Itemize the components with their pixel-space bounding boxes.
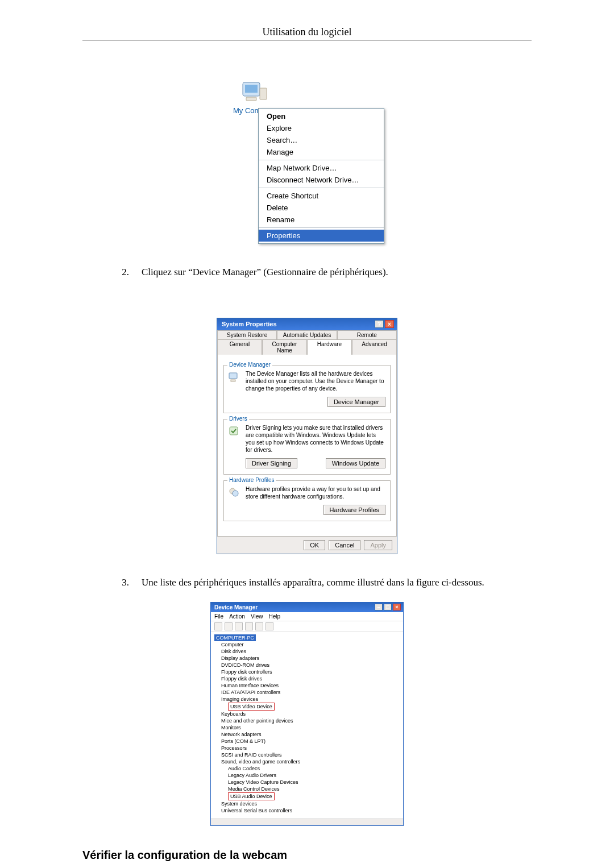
legend-device-manager: Device Manager <box>227 362 272 368</box>
fieldset-hardware-profiles: Hardware Profiles Hardware profiles prov… <box>223 480 391 521</box>
toolbar-button[interactable] <box>214 622 222 630</box>
svg-rect-6 <box>230 427 238 435</box>
ok-button[interactable]: OK <box>304 540 325 550</box>
fieldset-device-manager: Device Manager The Device Manager lists … <box>223 365 391 413</box>
tab-computer-name[interactable]: Computer Name <box>262 339 307 355</box>
status-bar <box>211 819 403 825</box>
step-3: 3. Une liste des périphériques installés… <box>119 577 532 588</box>
tree-node[interactable]: Processors <box>221 745 400 751</box>
tree-node[interactable]: System devices <box>221 800 400 807</box>
figure-device-manager: Device Manager – □ × File Action View He… <box>82 602 532 826</box>
tree-node[interactable]: Mice and other pointing devices <box>221 717 400 724</box>
svg-rect-4 <box>229 373 237 379</box>
tree-leaf[interactable]: Media Control Devices <box>228 786 400 792</box>
hwprof-desc: Hardware profiles provide a way for you … <box>246 485 385 500</box>
tree-node[interactable]: Imaging devices <box>221 696 400 703</box>
section-heading-webcam: Vérifier la configuration de la webcam <box>82 849 532 862</box>
sysprop-title: System Properties <box>222 321 277 327</box>
tree-node[interactable]: IDE ATA/ATAPI controllers <box>221 689 400 696</box>
minimize-button[interactable]: – <box>375 604 383 610</box>
maximize-button[interactable]: □ <box>384 604 392 610</box>
driver-signing-button[interactable]: Driver Signing <box>246 458 297 468</box>
ctx-item-open[interactable]: Open <box>259 110 384 122</box>
tab-general[interactable]: General <box>217 339 262 355</box>
svg-rect-1 <box>245 85 258 93</box>
tree-node[interactable]: Display adapters <box>221 655 400 662</box>
tab-remote[interactable]: Remote <box>337 330 397 339</box>
tree-node[interactable]: Disk drives <box>221 648 400 655</box>
sysprop-tabs-row1: System Restore Automatic Updates Remote <box>217 330 397 339</box>
ctx-item-rename[interactable]: Rename <box>259 214 384 226</box>
callout-usb-audio[interactable]: USB Audio Device <box>228 792 275 800</box>
menu-action[interactable]: Action <box>229 613 245 620</box>
ctx-item-search[interactable]: Search… <box>259 134 384 146</box>
menu-view[interactable]: View <box>251 613 263 620</box>
tree-node[interactable]: Floppy disk controllers <box>221 668 400 675</box>
tab-hardware[interactable]: Hardware <box>307 339 352 355</box>
device-manager-icon <box>228 371 239 383</box>
close-button[interactable]: × <box>385 320 394 328</box>
devmgr-toolbar <box>211 621 403 632</box>
menu-file[interactable]: File <box>214 613 223 620</box>
tree-node[interactable]: Ports (COM & LPT) <box>221 738 400 745</box>
drivers-desc: Driver Signing lets you make sure that i… <box>246 424 385 454</box>
drivers-icon <box>228 425 239 437</box>
apply-button[interactable]: Apply <box>364 540 392 550</box>
step-2-text: Cliquez sur “Device Manager” (Gestionnai… <box>142 267 532 278</box>
tree-node[interactable]: Keyboards <box>221 711 400 717</box>
tree-node[interactable]: SCSI and RAID controllers <box>221 751 400 758</box>
tree-leaf[interactable]: Legacy Video Capture Devices <box>228 779 400 786</box>
tree-node[interactable]: Computer <box>221 641 400 648</box>
toolbar-button[interactable] <box>245 622 253 630</box>
hardware-profiles-button[interactable]: Hardware Profiles <box>323 505 385 515</box>
tree-leaf[interactable]: Legacy Audio Drivers <box>228 772 400 779</box>
svg-rect-2 <box>260 88 267 99</box>
tree-node[interactable]: Floppy disk drives <box>221 675 400 682</box>
computer-icon <box>240 80 270 105</box>
menu-help[interactable]: Help <box>268 613 280 620</box>
tree-node[interactable]: DVD/CD-ROM drives <box>221 662 400 668</box>
ctx-item-disconnect-drive[interactable]: Disconnect Network Drive… <box>259 174 384 186</box>
tree-node[interactable]: Universal Serial Bus controllers <box>221 807 400 814</box>
svg-rect-3 <box>246 97 256 101</box>
toolbar-button[interactable] <box>235 622 243 630</box>
tree-node[interactable]: Human Interface Devices <box>221 682 400 689</box>
tab-advanced[interactable]: Advanced <box>352 339 397 355</box>
ctx-item-create-shortcut[interactable]: Create Shortcut <box>259 190 384 202</box>
device-tree[interactable]: COMPUTER-PC Computer Disk drives Display… <box>211 632 403 819</box>
page-header-title: Utilisation du logiciel <box>82 23 532 40</box>
ctx-item-manage[interactable]: Manage <box>259 146 384 158</box>
sysprop-tabs-row2: General Computer Name Hardware Advanced <box>217 339 397 355</box>
tab-automatic-updates[interactable]: Automatic Updates <box>277 330 337 339</box>
ctx-item-properties[interactable]: Properties <box>259 230 384 242</box>
step-3-number: 3. <box>119 577 129 588</box>
windows-update-button[interactable]: Windows Update <box>326 458 385 468</box>
toolbar-button[interactable] <box>255 622 263 630</box>
help-button[interactable]: ? <box>375 320 384 328</box>
tree-node[interactable]: Sound, video and game controllers <box>221 758 400 765</box>
svg-rect-5 <box>231 380 235 381</box>
ctx-item-explore[interactable]: Explore <box>259 122 384 134</box>
tree-leaf[interactable]: Audio Codecs <box>228 765 400 772</box>
close-button[interactable]: × <box>393 604 401 610</box>
tree-node[interactable]: Monitors <box>221 724 400 731</box>
callout-usb-video[interactable]: USB Video Device <box>228 703 275 711</box>
toolbar-button[interactable] <box>265 622 273 630</box>
system-properties-dialog: System Properties ? × System Restore Aut… <box>217 318 397 554</box>
devmgr-desc: The Device Manager lists all the hardwar… <box>246 370 385 392</box>
device-manager-window: Device Manager – □ × File Action View He… <box>210 602 404 826</box>
devmgr-title: Device Manager <box>214 604 258 610</box>
tab-system-restore[interactable]: System Restore <box>217 330 277 339</box>
ctx-item-delete[interactable]: Delete <box>259 202 384 214</box>
legend-drivers: Drivers <box>227 416 249 422</box>
cancel-button[interactable]: Cancel <box>329 540 360 550</box>
device-manager-button[interactable]: Device Manager <box>327 397 385 407</box>
svg-point-8 <box>233 491 238 496</box>
toolbar-button[interactable] <box>225 622 233 630</box>
tree-root[interactable]: COMPUTER-PC <box>214 634 256 641</box>
context-menu: Open Explore Search… Manage Map Network … <box>258 108 384 244</box>
figure-mycomputer-contextmenu: My Computer Open Explore Search… Manage … <box>82 80 532 244</box>
figure-system-properties: System Properties ? × System Restore Aut… <box>82 318 532 554</box>
tree-node[interactable]: Network adapters <box>221 731 400 738</box>
ctx-item-map-drive[interactable]: Map Network Drive… <box>259 162 384 174</box>
